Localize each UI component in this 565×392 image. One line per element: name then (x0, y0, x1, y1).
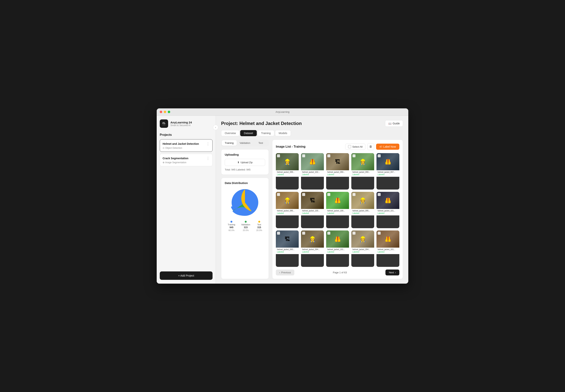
image-checkbox[interactable] (277, 154, 280, 157)
image-label-status: Labeled (378, 251, 398, 253)
project-item-crack[interactable]: Crack Segmentation ⋮ ⊕ Image Segmentatio… (160, 154, 213, 166)
image-item[interactable]: 🦺 helmet_jacket_097... Labeled (377, 153, 399, 190)
tab-dataset[interactable]: Dataset (240, 130, 257, 136)
test-dot (258, 221, 260, 223)
image-checkbox[interactable] (327, 232, 330, 235)
legend-test: Test 315 20.0% (256, 221, 262, 231)
sub-tabs: Training Validation Test (221, 140, 269, 146)
tab-models[interactable]: Models (275, 130, 291, 136)
image-checkbox[interactable] (302, 154, 305, 157)
legend-validation: Validation 315 20.0% (241, 221, 250, 231)
image-item[interactable]: 🦺 helmet_jacket_101... Labeled (377, 230, 399, 267)
tab-training[interactable]: Training (258, 130, 274, 136)
image-item[interactable]: 🦺 helmet_jacket_101... Labeled (377, 192, 399, 228)
image-name: helmet_jacket_097... (378, 171, 398, 173)
sub-tab-validation[interactable]: Validation (237, 140, 253, 146)
previous-button[interactable]: ‹ Previous (276, 269, 294, 275)
image-label-status: Labeled (378, 212, 398, 214)
image-item[interactable]: 👷 helmet_jacket_095... Labeled (276, 192, 299, 228)
page-info: Page 1 of 63 (333, 271, 347, 274)
image-item[interactable]: 👷 helmet_jacket_094... Labeled (351, 230, 374, 267)
image-item[interactable]: 🏗 helmet_jacket_100... Labeled (301, 192, 324, 228)
image-item[interactable]: 🏗 helmet_jacket_093... Labeled (276, 230, 299, 267)
image-label-status: Labeled (327, 173, 348, 176)
select-all-button[interactable]: Select All (345, 144, 365, 150)
segment-icon: ⊕ (163, 161, 164, 164)
image-checkbox[interactable] (327, 193, 330, 196)
app-sub: Smart & Secured AI (170, 124, 192, 127)
image-item[interactable]: 👷 helmet_jacket_095... Labeled (351, 192, 374, 228)
validation-dot (245, 221, 247, 223)
guide-button[interactable]: 📖 Guide (385, 120, 403, 127)
sub-tab-training[interactable]: Training (222, 140, 237, 146)
image-item[interactable]: 👷 helmet_jacket_090... Labeled (351, 153, 374, 190)
app-name: AnyLearning 24 (170, 121, 192, 124)
delete-button[interactable]: 🗑 (367, 143, 374, 150)
project-type-helmet: ⊙ Object Detection (163, 147, 210, 149)
image-name: helmet_jacket_100... (327, 210, 348, 212)
image-name: helmet_jacket_095... (277, 210, 298, 212)
upload-stats: Total: 945 Labeled: 945 (225, 168, 265, 171)
sub-tab-test[interactable]: Test (253, 140, 268, 146)
image-item[interactable]: 🦺 helmet_jacket_102... Labeled (301, 153, 324, 190)
image-item[interactable]: 🏗 helmet_jacket_090... Labeled (326, 153, 349, 190)
image-name: helmet_jacket_090... (327, 171, 348, 173)
image-checkbox[interactable] (378, 232, 381, 235)
app-logo: AL .NRL (160, 119, 168, 128)
label-icon: 🏷 (379, 145, 382, 148)
image-list-header: Image List - Training Select All 🗑 🏷 (276, 143, 399, 150)
page-header: Project: Helmet and Jacket Detection 📖 G… (221, 120, 403, 127)
image-label-status: Labeled (352, 173, 373, 176)
project-menu-crack[interactable]: ⋮ (206, 156, 210, 160)
app-window: AnyLearning AL .NRL AnyLearning 24 Smart… (157, 108, 408, 284)
image-name: helmet_jacket_101... (327, 248, 348, 251)
image-item[interactable]: 👷 helmet_jacket_099... Labeled (276, 153, 299, 190)
image-checkbox[interactable] (352, 193, 356, 196)
app-header: AL .NRL AnyLearning 24 Smart & Secured A… (160, 119, 213, 128)
image-checkbox[interactable] (378, 193, 381, 196)
minimize-button[interactable] (164, 111, 166, 113)
image-label-status: Labeled (352, 251, 373, 253)
image-item[interactable]: 👷 helmet_jacket_094... Labeled (301, 230, 324, 267)
image-name: helmet_jacket_094... (302, 248, 323, 251)
project-item-header-helmet: Helmet and Jacket Detection ⋮ (163, 142, 210, 146)
project-item-helmet[interactable]: Helmet and Jacket Detection ⋮ ⊙ Object D… (160, 139, 213, 152)
next-button[interactable]: Next › (385, 269, 399, 275)
sidebar: AL .NRL AnyLearning 24 Smart & Secured A… (157, 116, 216, 284)
image-name: helmet_jacket_102... (302, 171, 323, 173)
upload-card: Uploading ⬆ Upload Zip Total: 945 Labele… (221, 149, 269, 175)
image-checkbox[interactable] (302, 232, 305, 235)
project-type-crack: ⊕ Image Segmentation (163, 161, 210, 164)
collapse-button[interactable]: ‹ (213, 125, 218, 130)
image-item[interactable]: 🦺 helmet_jacket_100... Labeled (326, 192, 349, 228)
image-grid: 👷 helmet_jacket_099... Labeled 🦺 (276, 153, 399, 267)
pie-svg (230, 187, 260, 218)
image-label-status: Labeled (302, 173, 323, 176)
tab-overview[interactable]: Overview (221, 130, 239, 136)
image-checkbox[interactable] (277, 232, 280, 235)
maximize-button[interactable] (168, 111, 170, 113)
project-menu-helmet[interactable]: ⋮ (206, 142, 210, 146)
image-list-title: Image List - Training (276, 145, 305, 148)
image-checkbox[interactable] (302, 193, 305, 196)
distribution-card: Data Distribution (221, 178, 269, 279)
select-all-checkbox (348, 145, 351, 148)
image-checkbox[interactable] (352, 154, 356, 157)
image-checkbox[interactable] (327, 154, 330, 157)
add-project-button[interactable]: + Add Project (160, 271, 213, 280)
image-label-status: Labeled (302, 212, 323, 214)
image-checkbox[interactable] (277, 193, 280, 196)
image-checkbox[interactable] (378, 154, 381, 157)
nav-tabs: Overview Dataset Training Models (221, 130, 403, 136)
image-checkbox[interactable] (352, 232, 356, 235)
image-item[interactable]: 🦺 helmet_jacket_101... Labeled (326, 230, 349, 267)
project-name-helmet: Helmet and Jacket Detection (163, 142, 199, 145)
close-button[interactable] (160, 111, 162, 113)
image-name: helmet_jacket_099... (277, 171, 298, 173)
image-label-status: Labeled (327, 212, 348, 214)
upload-zip-button[interactable]: ⬆ Upload Zip (225, 159, 265, 166)
label-now-button[interactable]: 🏷 Label Now (376, 144, 399, 150)
image-name: helmet_jacket_101... (378, 210, 398, 212)
upload-icon: ⬆ (237, 161, 239, 164)
image-label-status: Labeled (277, 173, 298, 176)
